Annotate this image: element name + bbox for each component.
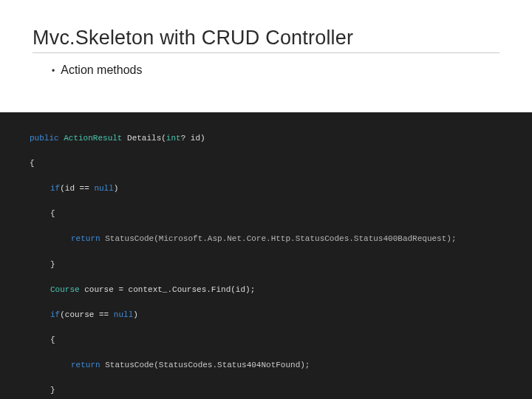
code-line: if(course == null) xyxy=(30,309,532,321)
bullet-dot-icon: • xyxy=(52,66,55,75)
code-line: Course course = context_.Courses.Find(id… xyxy=(30,284,532,296)
code-line: return StatusCode(StatusCodes.Status404N… xyxy=(30,359,532,372)
keyword: public xyxy=(30,134,59,143)
keyword: return xyxy=(71,234,100,243)
identifier: Details( xyxy=(127,134,166,143)
code-text: StatusCode(Microsoft.Asp.Net.Core.Http.S… xyxy=(100,234,457,243)
bullet-text: Action methods xyxy=(61,64,142,77)
slide: Mvc.Skeleton with CRUD Controller • Acti… xyxy=(0,0,532,399)
code-line: { xyxy=(30,208,532,220)
code-text: ) xyxy=(133,310,138,319)
code-line: if(id == null) xyxy=(30,183,532,195)
code-text: ) xyxy=(114,184,119,193)
code-line: return StatusCode(Microsoft.Asp.Net.Core… xyxy=(30,233,532,245)
identifier: ? id) xyxy=(181,134,205,143)
code-line: { xyxy=(30,334,532,347)
code-text: course = context_.Courses.Find(id); xyxy=(80,285,256,294)
code-line: } xyxy=(30,384,532,397)
code-text: (course == xyxy=(60,310,114,319)
keyword: if xyxy=(50,184,60,193)
keyword: if xyxy=(50,310,60,319)
slide-title: Mvc.Skeleton with CRUD Controller xyxy=(33,27,499,53)
code-line: } xyxy=(30,259,532,271)
type: int xyxy=(166,134,181,143)
code-text: (id == xyxy=(60,184,94,193)
code-line: public ActionResult Details(int? id) xyxy=(30,132,532,145)
code-text: StatusCode(StatusCodes.Status404NotFound… xyxy=(100,361,310,369)
code-block: public ActionResult Details(int? id) { i… xyxy=(0,112,532,399)
type: Course xyxy=(50,285,80,294)
keyword: return xyxy=(71,361,100,369)
bullet-item: • Action methods xyxy=(52,64,499,77)
type: ActionResult xyxy=(64,134,122,143)
keyword: null xyxy=(94,184,113,193)
code-line: { xyxy=(30,157,532,170)
keyword: null xyxy=(114,310,133,319)
